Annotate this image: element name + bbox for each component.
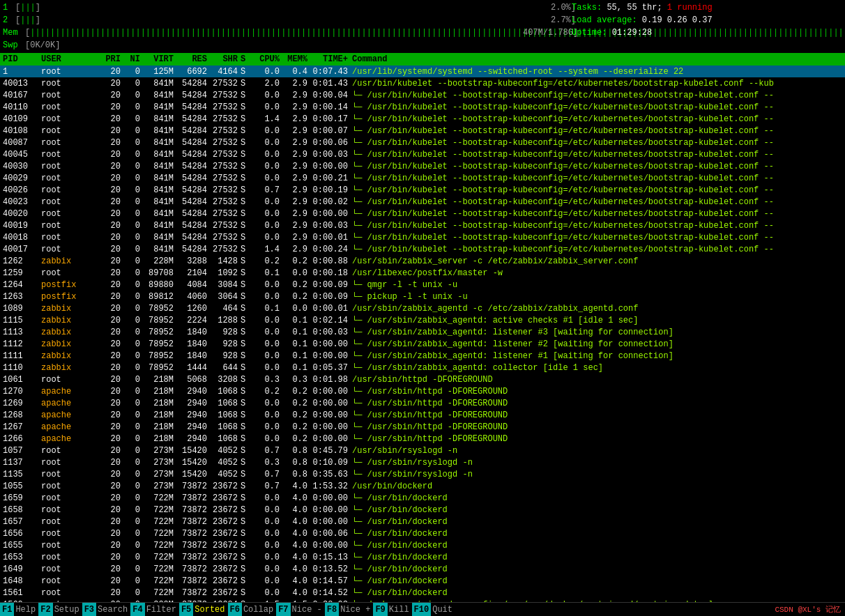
- fkey-f2[interactable]: F2Setup: [38, 603, 82, 616]
- proc-cmd: └─ /usr/sbin/zabbix_agentd: collector [i…: [351, 363, 842, 373]
- proc-user: root: [41, 91, 97, 100]
- proc-virt: 273M: [143, 482, 176, 491]
- proc-pri: 20: [97, 493, 123, 503]
- table-row[interactable]: 1137 root 20 0 273M 15420 4052 S 0.3 0.8…: [0, 456, 845, 468]
- table-row[interactable]: 1655 root 20 0 722M 73872 23672 S 0.0 4.…: [0, 539, 845, 551]
- proc-s: S: [241, 114, 253, 124]
- proc-ni: 0: [123, 256, 143, 266]
- fkey-f1[interactable]: F1Help: [0, 603, 38, 616]
- table-row[interactable]: 1112 zabbix 20 0 78952 1840 928 S 0.0 0.…: [0, 338, 845, 350]
- proc-ni: 0: [123, 162, 143, 171]
- table-row[interactable]: 1268 apache 20 0 218M 2940 1068 S 0.0 0.…: [0, 409, 845, 421]
- fkey-f8[interactable]: F8Nice +: [325, 603, 374, 616]
- proc-user: apache: [41, 387, 97, 396]
- table-row[interactable]: 1659 root 20 0 722M 73872 23672 S 0.0 4.…: [0, 492, 845, 504]
- table-row[interactable]: 40020 root 20 0 841M 54284 27532 S 0.0 2…: [0, 208, 845, 220]
- table-row[interactable]: 1266 apache 20 0 218M 2940 1068 S 0.0 0.…: [0, 433, 845, 445]
- proc-cmd: /usr/libexec/postfix/master -w: [351, 268, 842, 278]
- proc-pid: 1266: [3, 434, 41, 444]
- proc-mem: 0.3: [282, 375, 310, 385]
- table-row[interactable]: 1135 root 20 0 273M 15420 4052 S 0.7 0.8…: [0, 468, 845, 480]
- table-row[interactable]: 1656 root 20 0 722M 73872 23672 S 0.0 4.…: [0, 528, 845, 539]
- proc-pri: 20: [97, 339, 123, 349]
- proc-user: root: [41, 517, 97, 527]
- fkey-f5[interactable]: F5Sorted: [179, 603, 228, 616]
- fkey-f4[interactable]: F4Filter: [130, 603, 179, 616]
- table-row[interactable]: 40013 root 20 0 841M 54284 27532 S 2.0 2…: [0, 77, 845, 89]
- table-row[interactable]: 40023 root 20 0 841M 54284 27532 S 0.0 2…: [0, 196, 845, 208]
- table-row[interactable]: 40019 root 20 0 841M 54284 27532 S 0.0 2…: [0, 220, 845, 231]
- proc-res: 73872: [176, 482, 210, 491]
- table-row[interactable]: 1110 zabbix 20 0 78952 1444 644 S 0.0 0.…: [0, 362, 845, 374]
- table-row[interactable]: 40030 root 20 0 841M 54284 27532 S 0.0 2…: [0, 160, 845, 172]
- table-row[interactable]: 1648 root 20 0 722M 73872 23672 S 0.0 4.…: [0, 575, 845, 587]
- table-row[interactable]: 1267 apache 20 0 218M 2940 1068 S 0.0 0.…: [0, 421, 845, 433]
- proc-pid: 40045: [3, 150, 41, 160]
- table-row[interactable]: 1561 root 20 0 722M 73872 23672 S 0.0 4.…: [0, 587, 845, 599]
- proc-mem: 0.2: [282, 399, 310, 408]
- proc-s: S: [241, 245, 253, 254]
- proc-cpu: 0.0: [253, 434, 282, 444]
- table-row[interactable]: 40017 root 20 0 841M 54284 27532 S 1.4 2…: [0, 243, 845, 255]
- proc-ni: 0: [123, 79, 143, 88]
- fkey-f3[interactable]: F3Search: [82, 603, 131, 616]
- proc-shr: 1068: [210, 422, 241, 432]
- table-row[interactable]: 1057 root 20 0 273M 15420 4052 S 0.7 0.8…: [0, 445, 845, 456]
- proc-user: root: [41, 576, 97, 586]
- fkey-f7[interactable]: F7Nice -: [276, 603, 325, 616]
- proc-res: 2940: [176, 399, 210, 408]
- proc-mem: 2.9: [282, 91, 310, 100]
- proc-ni: 0: [123, 505, 143, 515]
- proc-pid: 1112: [3, 339, 41, 349]
- proc-shr: 27532: [210, 102, 241, 112]
- table-row[interactable]: 1061 root 20 0 218M 5068 3208 S 0.3 0.3 …: [0, 374, 845, 385]
- fkey-f6[interactable]: F6Collap: [228, 603, 277, 616]
- table-row[interactable]: 1 root 20 0 125M 6692 4164 S 0.0 0.4 0:0…: [0, 66, 845, 77]
- table-row[interactable]: 1649 root 20 0 722M 73872 23672 S 0.0 4.…: [0, 563, 845, 575]
- proc-virt: 273M: [143, 446, 176, 456]
- fkey-f9[interactable]: F9Kill: [373, 603, 411, 616]
- table-row[interactable]: 40018 root 20 0 841M 54284 27532 S 0.0 2…: [0, 231, 845, 243]
- proc-res: 54284: [176, 209, 210, 219]
- table-row[interactable]: 1653 root 20 0 722M 73872 23672 S 0.0 4.…: [0, 551, 845, 563]
- proc-cmd: └─ /usr/bin/dockerd: [351, 576, 842, 586]
- table-row[interactable]: 1113 zabbix 20 0 78952 1840 928 S 0.0 0.…: [0, 326, 845, 338]
- table-row[interactable]: 1264 postfix 20 0 89880 4084 3084 S 0.0 …: [0, 279, 845, 291]
- cpu1-bar-bracket-open: [: [15, 3, 20, 13]
- table-row[interactable]: 40029 root 20 0 841M 54284 27532 S 0.0 2…: [0, 172, 845, 184]
- table-row[interactable]: 1270 apache 20 0 218M 2940 1068 S 0.2 0.…: [0, 385, 845, 397]
- proc-time: 0:00.09: [310, 292, 351, 302]
- proc-cpu: 0.0: [253, 174, 282, 183]
- table-row[interactable]: 40109 root 20 0 841M 54284 27532 S 1.4 2…: [0, 113, 845, 125]
- proc-mem: 2.9: [282, 114, 310, 124]
- table-row[interactable]: 40167 root 20 0 841M 54284 27532 S 0.0 2…: [0, 89, 845, 101]
- table-row[interactable]: 1055 root 20 0 273M 73872 23672 S 0.7 4.…: [0, 480, 845, 492]
- table-row[interactable]: 40026 root 20 0 841M 54284 27532 S 0.7 2…: [0, 184, 845, 196]
- table-row[interactable]: 40087 root 20 0 841M 54284 27532 S 0.0 2…: [0, 137, 845, 148]
- table-row[interactable]: 1658 root 20 0 722M 73872 23672 S 0.0 4.…: [0, 504, 845, 516]
- table-row[interactable]: 1089 zabbix 20 0 78952 1260 464 S 0.1 0.…: [0, 302, 845, 314]
- proc-ni: 0: [123, 410, 143, 420]
- table-row[interactable]: 1111 zabbix 20 0 78952 1840 928 S 0.0 0.…: [0, 350, 845, 362]
- table-row[interactable]: 1259 root 20 0 89708 2104 1092 S 0.1 0.0…: [0, 267, 845, 279]
- proc-pri: 20: [97, 387, 123, 396]
- fkey-f10[interactable]: F10Quit: [412, 603, 455, 616]
- table-row[interactable]: 1262 zabbix 20 0 228M 3288 1428 S 0.2 0.…: [0, 255, 845, 267]
- proc-pid: 1655: [3, 541, 41, 550]
- table-row[interactable]: 1263 postfix 20 0 89812 4060 3064 S 0.0 …: [0, 291, 845, 302]
- table-row[interactable]: 40110 root 20 0 841M 54284 27532 S 0.0 2…: [0, 101, 845, 113]
- table-row[interactable]: 1115 zabbix 20 0 78952 2224 1288 S 0.0 0…: [0, 314, 845, 326]
- table-row[interactable]: 1657 root 20 0 722M 73872 23672 S 0.0 4.…: [0, 516, 845, 528]
- proc-cpu: 0.7: [253, 185, 282, 195]
- proc-res: 3288: [176, 256, 210, 266]
- proc-time: 0:05.37: [310, 363, 351, 373]
- proc-mem: 0.1: [282, 351, 310, 361]
- table-row[interactable]: 1269 apache 20 0 218M 2940 1068 S 0.0 0.…: [0, 397, 845, 409]
- proc-mem: 0.1: [282, 316, 310, 325]
- header-res: RES: [176, 54, 210, 64]
- proc-cmd: └─ /usr/bin/kubelet --bootstrap-kubeconf…: [351, 197, 842, 207]
- proc-s: S: [241, 67, 253, 77]
- table-row[interactable]: 40108 root 20 0 841M 54284 27532 S 0.0 2…: [0, 125, 845, 137]
- table-row[interactable]: 40045 root 20 0 841M 54284 27532 S 0.0 2…: [0, 148, 845, 160]
- proc-time: 1:53.32: [310, 482, 351, 491]
